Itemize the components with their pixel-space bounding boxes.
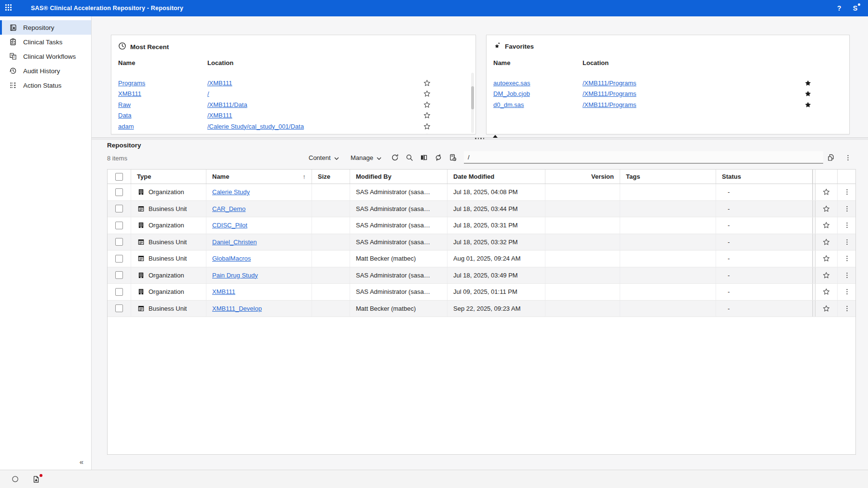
column-header-version[interactable]: Version	[591, 173, 614, 180]
sidebar-collapse-button[interactable]: «	[80, 458, 83, 466]
row-kebab-icon[interactable]	[843, 304, 851, 312]
sidebar-item-repository[interactable]: Repository	[0, 20, 91, 35]
item-location-link[interactable]: /	[207, 90, 423, 97]
row-checkbox[interactable]	[115, 288, 123, 296]
splitter-collapse-icon[interactable]	[493, 135, 498, 138]
file-status-icon[interactable]	[446, 151, 460, 164]
column-header-size[interactable]: Size	[318, 173, 330, 180]
sidebar-item-action-status[interactable]: Action Status	[0, 78, 91, 92]
sort-ascending-icon[interactable]: ↑	[303, 173, 306, 180]
column-header-date-modified[interactable]: Date Modified	[453, 173, 494, 180]
toolbar-kebab-icon[interactable]	[842, 152, 854, 163]
star-outline-icon[interactable]	[423, 122, 431, 130]
item-name-link[interactable]: DM_Job.cjob	[493, 90, 583, 97]
item-name-link[interactable]: XMB111	[118, 90, 207, 97]
star-filled-icon[interactable]	[804, 79, 812, 87]
help-icon[interactable]: ?	[837, 4, 841, 12]
item-name-link[interactable]: XMB111_Develop	[212, 305, 262, 312]
avatar[interactable]: S	[853, 4, 860, 12]
star-outline-icon[interactable]	[823, 304, 830, 312]
row-kebab-icon[interactable]	[843, 188, 851, 196]
column-header-modified-by[interactable]: Modified By	[356, 173, 392, 180]
manage-menu-button[interactable]: Manage	[351, 151, 381, 164]
item-name-link[interactable]: Raw	[118, 101, 207, 108]
star-outline-icon[interactable]	[823, 238, 830, 246]
column-header-status[interactable]: Status	[722, 173, 741, 180]
item-name-link[interactable]: Programs	[118, 133, 207, 134]
sidebar-item-clinical-tasks[interactable]: Clinical Tasks	[0, 35, 91, 49]
splitter-grip-icon[interactable]	[475, 138, 484, 139]
scrollbar[interactable]	[471, 73, 474, 133]
item-name-link[interactable]: CDISC_Pilot	[212, 222, 247, 229]
row-checkbox[interactable]	[115, 205, 123, 212]
item-name-link[interactable]: Pain Drug Study	[212, 272, 258, 279]
item-name-link[interactable]: CAR_Demo	[212, 205, 245, 212]
item-name-link[interactable]: d0_dm.sas	[493, 101, 583, 108]
scrollbar-thumb[interactable]	[471, 86, 474, 109]
connection-status-icon[interactable]	[11, 475, 19, 484]
path-input[interactable]	[464, 151, 823, 164]
star-outline-icon[interactable]	[423, 101, 431, 108]
star-outline-icon[interactable]	[823, 222, 830, 229]
row-checkbox[interactable]	[115, 222, 123, 229]
panel-splitter[interactable]	[92, 137, 868, 140]
item-location-link[interactable]: /Calerie Study/cal_study_001	[207, 133, 423, 134]
item-location-link[interactable]: /XMB111/Programs	[583, 90, 804, 97]
star-outline-icon[interactable]	[423, 90, 431, 98]
item-location-link[interactable]: /XMB111/Programs	[583, 79, 804, 87]
item-name-link[interactable]: Calerie Study	[212, 188, 250, 196]
row-checkbox[interactable]	[115, 271, 123, 279]
star-outline-icon[interactable]	[423, 112, 431, 119]
star-outline-icon[interactable]	[823, 188, 830, 196]
item-name-link[interactable]: autoexec.sas	[493, 79, 583, 87]
select-all-checkbox[interactable]	[115, 173, 123, 181]
app-switcher-icon[interactable]	[0, 0, 16, 16]
log-warning-icon[interactable]	[32, 475, 41, 484]
row-kebab-icon[interactable]	[843, 288, 851, 296]
item-name-link[interactable]: Programs	[118, 79, 207, 87]
item-location-link[interactable]: /XMB111	[207, 112, 423, 119]
search-icon[interactable]	[402, 151, 417, 164]
column-header-name[interactable]: Name	[212, 173, 229, 180]
row-kebab-icon[interactable]	[843, 205, 851, 212]
item-location-link[interactable]: /Calerie Study/cal_study_001/Data	[207, 123, 423, 130]
column-header-tags[interactable]: Tags	[626, 173, 640, 180]
item-name-link[interactable]: GlobalMacros	[212, 255, 251, 262]
item-location-link[interactable]: /XMB111	[207, 79, 423, 87]
star-filled-icon[interactable]	[804, 101, 812, 108]
row-checkbox[interactable]	[115, 238, 123, 246]
sidebar-item-audit-history[interactable]: Audit History	[0, 64, 91, 78]
compare-view-icon[interactable]	[417, 151, 431, 164]
row-kebab-icon[interactable]	[843, 238, 851, 246]
star-outline-icon[interactable]	[823, 255, 830, 263]
star-outline-icon[interactable]	[423, 133, 431, 134]
repository-table: Type Name↑ Size Modified By Date Modifie…	[107, 169, 856, 455]
row-checkbox[interactable]	[115, 255, 123, 263]
sidebar-item-label: Repository	[23, 24, 54, 31]
item-location-link[interactable]: /XMB111/Data	[207, 101, 423, 108]
panel-row: XMB111/	[118, 89, 469, 100]
date-modified-cell: Aug 01, 2025, 09:24 AM	[448, 251, 545, 267]
column-header-type[interactable]: Type	[137, 173, 151, 180]
item-name-link[interactable]: adam	[118, 123, 207, 130]
star-outline-icon[interactable]	[823, 271, 830, 279]
row-kebab-icon[interactable]	[843, 222, 851, 229]
row-kebab-icon[interactable]	[843, 271, 851, 279]
item-name-link[interactable]: Data	[118, 112, 207, 119]
organization-icon	[137, 271, 145, 279]
star-outline-icon[interactable]	[423, 79, 431, 87]
item-name-link[interactable]: Daniel_Christen	[212, 238, 257, 246]
copy-path-icon[interactable]	[825, 152, 837, 163]
sidebar-item-clinical-workflows[interactable]: 12Clinical Workflows	[0, 49, 91, 64]
star-filled-icon[interactable]	[804, 90, 812, 98]
star-outline-icon[interactable]	[823, 288, 830, 296]
sync-icon[interactable]	[431, 151, 446, 164]
row-checkbox[interactable]	[115, 188, 123, 196]
content-menu-button[interactable]: Content	[309, 151, 339, 164]
item-location-link[interactable]: /XMB111/Programs	[583, 101, 804, 108]
row-kebab-icon[interactable]	[843, 255, 851, 263]
item-name-link[interactable]: XMB111	[212, 288, 235, 295]
row-checkbox[interactable]	[115, 304, 123, 312]
refresh-icon[interactable]	[388, 151, 402, 164]
star-outline-icon[interactable]	[823, 205, 830, 212]
